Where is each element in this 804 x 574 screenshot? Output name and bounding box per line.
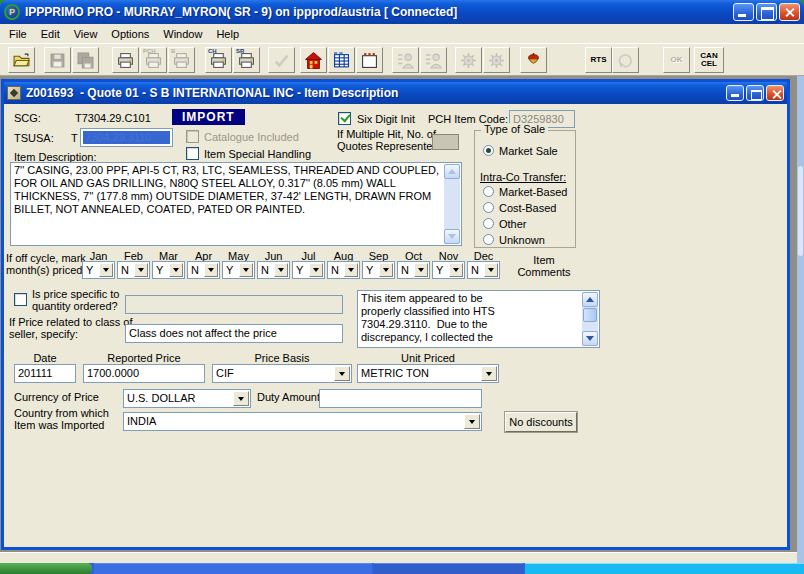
rts-button[interactable]: RTS bbox=[585, 47, 612, 73]
dropdown-arrow-icon[interactable] bbox=[274, 263, 288, 277]
dropdown-arrow-icon[interactable] bbox=[379, 263, 393, 277]
ok-button: OK bbox=[663, 47, 690, 73]
menu-edit[interactable]: Edit bbox=[34, 26, 67, 42]
multiple-hit-label-1: If Multiple Hit, No. of bbox=[337, 128, 436, 140]
unknown-radio[interactable] bbox=[483, 234, 494, 245]
reported-price-field[interactable]: 1700.0000 bbox=[83, 364, 205, 383]
print-sr-button[interactable]: SR bbox=[233, 47, 260, 73]
price-basis-combo[interactable]: CIF bbox=[212, 364, 352, 383]
scroll-up-icon[interactable] bbox=[582, 292, 598, 307]
dropdown-arrow-icon[interactable] bbox=[414, 263, 428, 277]
save-icon bbox=[49, 52, 66, 69]
price-specific-checkbox[interactable] bbox=[14, 293, 27, 306]
special-handling-checkbox[interactable] bbox=[186, 147, 199, 160]
grid-button[interactable] bbox=[328, 47, 355, 73]
menu-view[interactable]: View bbox=[67, 26, 105, 42]
tsusa-field[interactable]: 7304.29.3110 bbox=[80, 128, 173, 147]
cancel-button[interactable]: CANCEL bbox=[694, 47, 724, 73]
month-combo-aug: Aug N bbox=[327, 250, 360, 280]
menu-help[interactable]: Help bbox=[209, 26, 246, 42]
redo-arrow-icon bbox=[617, 52, 634, 69]
folder-open-icon bbox=[13, 52, 30, 69]
dropdown-arrow-icon[interactable] bbox=[239, 263, 253, 277]
quote-close-button[interactable] bbox=[766, 85, 784, 101]
acorn-button[interactable] bbox=[520, 47, 547, 73]
minimize-button[interactable] bbox=[733, 3, 754, 21]
unit-priced-label: Unit Priced bbox=[357, 352, 499, 364]
contact-list-button bbox=[392, 47, 419, 73]
off-cycle-prompt-1: If off cycle, mark bbox=[6, 252, 86, 264]
item-description-scrollbar[interactable] bbox=[444, 164, 460, 244]
dropdown-arrow-icon[interactable] bbox=[99, 263, 113, 277]
dropdown-arrow-icon[interactable] bbox=[484, 263, 498, 277]
start-button[interactable] bbox=[0, 563, 92, 574]
calendar-button[interactable] bbox=[356, 47, 383, 73]
print-pch-button: PCH bbox=[140, 47, 167, 73]
dropdown-arrow-icon[interactable] bbox=[169, 263, 183, 277]
reported-price-label: Reported Price bbox=[83, 352, 205, 364]
other-radio[interactable] bbox=[483, 218, 494, 229]
duty-amount-field[interactable] bbox=[319, 389, 482, 408]
gear-list-icon bbox=[460, 52, 477, 69]
dropdown-arrow-icon[interactable] bbox=[204, 263, 218, 277]
unit-priced-combo[interactable]: METRIC TON bbox=[357, 364, 499, 383]
item-description-textarea[interactable]: 7'' CASING, 23.00 PPF, API-5 CT, R3, LTC… bbox=[10, 162, 462, 246]
menu-file[interactable]: File bbox=[2, 26, 34, 42]
country-combo[interactable]: INDIA bbox=[123, 412, 482, 431]
scroll-down-icon[interactable] bbox=[582, 331, 598, 346]
month-combo-nov: Nov Y bbox=[432, 250, 465, 280]
open-file-button[interactable] bbox=[8, 47, 35, 73]
print-button[interactable] bbox=[112, 47, 139, 73]
dropdown-arrow-icon[interactable] bbox=[481, 366, 497, 381]
process-list-button bbox=[455, 47, 482, 73]
taskbar-button-2[interactable] bbox=[374, 563, 523, 574]
menu-window[interactable]: Window bbox=[156, 26, 209, 42]
quote-restore-button[interactable] bbox=[746, 85, 764, 101]
market-based-radio[interactable] bbox=[483, 186, 494, 197]
dropdown-arrow-icon[interactable] bbox=[344, 263, 358, 277]
maximize-button[interactable] bbox=[756, 3, 777, 21]
menu-options[interactable]: Options bbox=[104, 26, 156, 42]
item-comments-label-2: Comments bbox=[509, 266, 579, 278]
currency-combo[interactable]: U.S. DOLLAR bbox=[123, 389, 251, 408]
country-label-1: Country from which bbox=[14, 407, 109, 419]
taskbar-button-active[interactable] bbox=[525, 563, 804, 574]
dropdown-arrow-icon[interactable] bbox=[334, 366, 350, 381]
multiple-hit-field bbox=[432, 134, 459, 150]
month-combo-dec: Dec N bbox=[467, 250, 500, 280]
quote-minimize-button[interactable] bbox=[726, 85, 744, 101]
dropdown-arrow-icon[interactable] bbox=[233, 391, 249, 406]
item-description-text: 7'' CASING, 23.00 PPF, API-5 CT, R3, LTC… bbox=[14, 164, 442, 244]
import-badge: IMPORT bbox=[172, 109, 245, 125]
print-ch-button[interactable]: CH bbox=[205, 47, 232, 73]
taskbar-button-1[interactable] bbox=[94, 563, 372, 574]
dropdown-arrow-icon[interactable] bbox=[449, 263, 463, 277]
six-digit-checkbox[interactable] bbox=[338, 112, 351, 125]
duty-amount-label: Duty Amount: bbox=[257, 391, 323, 403]
item-comments-scrollbar[interactable] bbox=[582, 292, 598, 346]
scroll-down-icon[interactable] bbox=[444, 229, 460, 244]
dropdown-arrow-icon[interactable] bbox=[309, 263, 323, 277]
no-discounts-button[interactable]: No discounts bbox=[505, 412, 577, 432]
market-sale-radio[interactable] bbox=[483, 145, 494, 156]
other-label: Other bbox=[499, 218, 527, 230]
cost-based-radio[interactable] bbox=[483, 202, 494, 213]
price-basis-label: Price Basis bbox=[212, 352, 352, 364]
table-grid-icon bbox=[333, 52, 350, 69]
price-specific-label-1: Is price specific to bbox=[32, 288, 119, 300]
dropdown-arrow-icon[interactable] bbox=[134, 263, 148, 277]
toolbar: PCH B CH SR RTS OK CANCEL bbox=[0, 44, 804, 76]
dropdown-arrow-icon[interactable] bbox=[464, 414, 480, 429]
item-comments-textarea[interactable]: This item appeared to be properly classi… bbox=[357, 290, 600, 348]
month-combo-apr: Apr N bbox=[187, 250, 220, 280]
home-button[interactable] bbox=[300, 47, 327, 73]
type-of-sale-title: Type of Sale bbox=[481, 123, 548, 135]
class-of-seller-label-2: seller, specify: bbox=[9, 328, 78, 340]
class-of-seller-field[interactable]: Class does not affect the price bbox=[125, 324, 343, 343]
close-button[interactable] bbox=[779, 3, 800, 21]
window-scrollbar-thumb[interactable] bbox=[798, 166, 803, 256]
scroll-up-icon[interactable] bbox=[444, 164, 460, 179]
scrollbar-thumb[interactable] bbox=[583, 308, 597, 322]
validate-button bbox=[268, 47, 295, 73]
date-field[interactable]: 201111 bbox=[14, 364, 76, 383]
